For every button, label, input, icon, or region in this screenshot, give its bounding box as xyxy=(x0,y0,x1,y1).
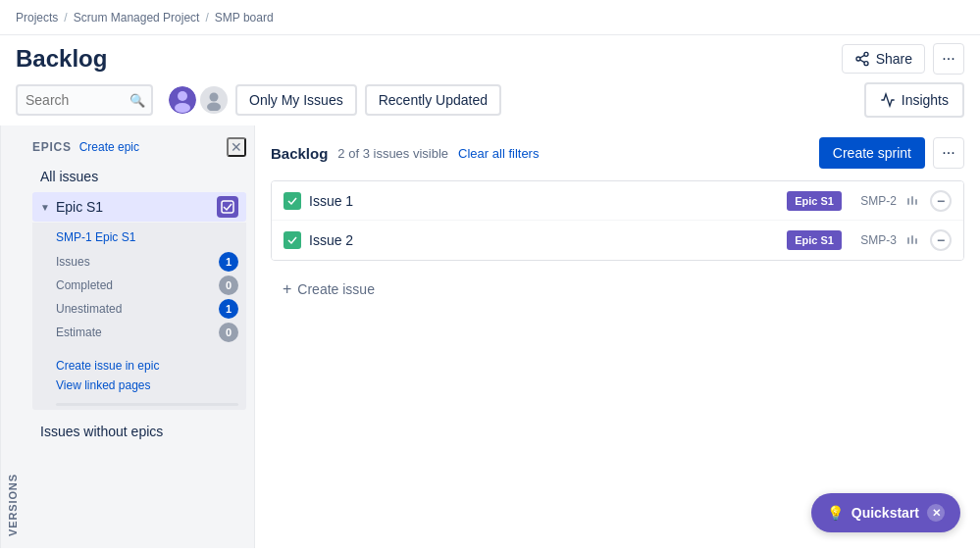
stat-badge-completed: 0 xyxy=(219,276,238,295)
action-button[interactable]: − xyxy=(930,190,952,212)
view-linked-pages-link[interactable]: View linked pages xyxy=(56,376,238,395)
backlog-title: Backlog xyxy=(271,145,328,162)
quickstart-close-button[interactable]: ✕ xyxy=(927,504,945,522)
stat-label-completed: Completed xyxy=(56,278,113,292)
backlog-actions: Create sprint ··· xyxy=(819,137,964,169)
create-sprint-button[interactable]: Create sprint xyxy=(819,137,925,169)
create-issue-row[interactable]: + Create issue xyxy=(271,273,964,306)
epic-item: ▼ Epic S1 SMP-1 Epic S1 Issues 1 xyxy=(32,192,246,410)
breadcrumb-project[interactable]: Scrum Managed Project xyxy=(74,11,200,25)
svg-point-6 xyxy=(178,91,187,101)
issue-meta: Epic S1 SMP-2 − xyxy=(787,190,952,212)
svg-point-8 xyxy=(210,93,219,102)
epics-label: EPICS xyxy=(32,140,72,154)
table-row[interactable]: Issue 2 Epic S1 SMP-3 − xyxy=(272,221,963,260)
backlog-more-button[interactable]: ··· xyxy=(933,137,964,169)
issue-id: SMP-2 xyxy=(850,194,897,208)
page-title: Backlog xyxy=(16,45,107,73)
close-sidebar-button[interactable]: ✕ xyxy=(227,137,246,157)
svg-rect-15 xyxy=(911,235,913,244)
recently-updated-button[interactable]: Recently Updated xyxy=(365,84,501,116)
issue-meta: Epic S1 SMP-3 − xyxy=(787,229,952,251)
share-icon xyxy=(854,51,870,67)
avatar-user1[interactable] xyxy=(169,86,196,114)
main-content: Backlog 2 of 3 issues visible Clear all … xyxy=(255,125,980,548)
svg-line-3 xyxy=(859,60,864,63)
insights-icon xyxy=(880,92,896,108)
main-layout: VERSIONS EPICS Create epic ✕ All issues … xyxy=(0,125,980,548)
insights-label: Insights xyxy=(902,92,949,108)
issue-epic-tag[interactable]: Epic S1 xyxy=(787,230,842,250)
svg-rect-11 xyxy=(907,198,909,205)
backlog-more-icon: ··· xyxy=(942,144,954,162)
epic-stat-issues: Issues 1 xyxy=(56,252,238,272)
issue-epic-tag[interactable]: Epic S1 xyxy=(787,191,842,211)
sidebar-header-left: EPICS Create epic xyxy=(32,140,139,154)
only-my-issues-button[interactable]: Only My Issues xyxy=(235,84,357,116)
issue-type-icon xyxy=(284,231,301,249)
issue-id: SMP-3 xyxy=(850,233,897,247)
clear-filters-link[interactable]: Clear all filters xyxy=(458,146,539,161)
share-button[interactable]: Share xyxy=(842,44,925,74)
epic-header[interactable]: ▼ Epic S1 xyxy=(32,192,246,222)
create-issue-in-epic-link[interactable]: Create issue in epic xyxy=(56,356,238,376)
backlog-header: Backlog 2 of 3 issues visible Clear all … xyxy=(271,137,964,169)
epic-chevron-icon: ▼ xyxy=(40,202,50,213)
sidebar-content: EPICS Create epic ✕ All issues ▼ Epic S1 xyxy=(25,125,254,548)
versions-tab[interactable]: VERSIONS xyxy=(0,125,25,548)
epic-links: Create issue in epic View linked pages xyxy=(56,350,238,395)
svg-rect-13 xyxy=(915,199,917,205)
table-row[interactable]: Issue 1 Epic S1 SMP-2 − xyxy=(272,181,963,221)
more-options-button[interactable]: ··· xyxy=(933,43,964,75)
epic-progress-bar xyxy=(56,403,238,406)
epic-stat-unestimated: Unestimated 1 xyxy=(56,299,238,319)
svg-rect-14 xyxy=(907,237,909,244)
priority-icon xyxy=(904,231,922,249)
stat-label-estimate: Estimate xyxy=(56,326,102,339)
svg-point-1 xyxy=(856,57,860,61)
breadcrumb: Projects / Scrum Managed Project / SMP b… xyxy=(16,11,274,25)
quickstart-label: Quickstart xyxy=(851,505,919,521)
epic-subtitle[interactable]: SMP-1 Epic S1 xyxy=(56,230,238,244)
svg-line-4 xyxy=(859,55,864,58)
all-issues-item[interactable]: All issues xyxy=(32,165,246,188)
issue-list: Issue 1 Epic S1 SMP-2 − xyxy=(271,180,964,261)
priority-icon xyxy=(904,192,922,210)
sidebar-header: EPICS Create epic ✕ xyxy=(32,137,246,157)
backlog-title-row: Backlog 2 of 3 issues visible Clear all … xyxy=(271,145,539,162)
insights-button[interactable]: Insights xyxy=(864,82,964,118)
breadcrumb-board[interactable]: SMP board xyxy=(215,11,274,25)
more-options-icon: ··· xyxy=(942,50,954,68)
svg-point-2 xyxy=(864,62,868,66)
issue-name[interactable]: Issue 2 xyxy=(309,232,779,248)
epic-badge-icon xyxy=(217,196,238,218)
create-epic-link[interactable]: Create epic xyxy=(79,140,139,154)
stat-badge-issues: 1 xyxy=(219,252,238,272)
svg-point-9 xyxy=(207,103,221,112)
svg-rect-16 xyxy=(915,238,917,244)
issues-count: 2 of 3 issues visible xyxy=(337,146,448,161)
stat-badge-estimate: 0 xyxy=(219,323,238,342)
epic-details: SMP-1 Epic S1 Issues 1 Completed 0 Unest… xyxy=(32,223,246,410)
epic-stat-estimate: Estimate 0 xyxy=(56,323,238,342)
svg-point-0 xyxy=(864,52,868,56)
header-area: Backlog Share ··· xyxy=(0,35,980,78)
issues-without-epics-item[interactable]: Issues without epics xyxy=(32,418,246,445)
breadcrumb-projects[interactable]: Projects xyxy=(16,11,58,25)
search-input[interactable] xyxy=(16,84,153,116)
issue-name[interactable]: Issue 1 xyxy=(309,193,779,209)
search-wrapper: 🔍 xyxy=(16,84,153,116)
sidebar: VERSIONS EPICS Create epic ✕ All issues … xyxy=(0,125,255,548)
filter-bar: 🔍 Only My Issues Recently Updated Insigh… xyxy=(0,78,980,125)
breadcrumb-sep-1: / xyxy=(64,11,67,25)
epic-name: Epic S1 xyxy=(56,199,217,215)
create-issue-plus-icon: + xyxy=(283,280,291,298)
quickstart-button[interactable]: 💡 Quickstart ✕ xyxy=(811,493,960,532)
svg-rect-12 xyxy=(911,196,913,205)
stat-label-unestimated: Unestimated xyxy=(56,302,122,316)
create-issue-label: Create issue xyxy=(297,281,375,297)
stat-badge-unestimated: 1 xyxy=(219,299,238,319)
avatar-user2[interactable] xyxy=(200,86,228,114)
avatar-group xyxy=(169,86,228,114)
action-button[interactable]: − xyxy=(930,229,952,251)
